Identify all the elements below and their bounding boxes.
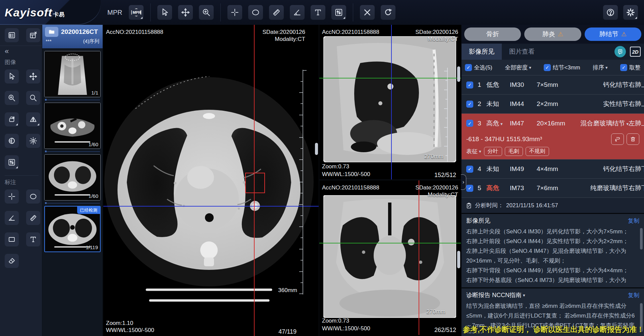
mode-fracture-button[interactable]: 骨折 [464, 27, 521, 41]
settings-button[interactable] [623, 5, 638, 20]
feature-tag-spiculation[interactable]: 毛刺 [505, 147, 523, 156]
text-tool-button[interactable] [311, 5, 325, 20]
density-filter-dropdown[interactable]: 全部密度▾ [505, 64, 531, 71]
mode-pneumonia-button[interactable]: 肺炎 ⚠ [524, 27, 581, 41]
help-button[interactable] [603, 5, 618, 20]
nodule-row-4[interactable]: ✓ 4 未知 IM49 4×4mm 钙化结节 右肺下叶 [462, 159, 644, 178]
select-all-checkbox[interactable]: ✓全选(5) [465, 64, 492, 71]
rail-magnify-button[interactable] [26, 91, 40, 105]
nodule-grade: 高危 [486, 184, 510, 192]
thumbnail-series-4-selected[interactable]: 已经检测 1/119 [44, 206, 101, 252]
nodule-row-1[interactable]: ✓ 1 低危 IM30 7×5mm 钙化结节 右肺上叶 [462, 75, 644, 94]
axial-viewport[interactable]: AccNO:202101158888 SDate:20200126 Modali… [103, 25, 319, 336]
check-icon[interactable]: ✓ [544, 64, 551, 71]
rail-adjust-button[interactable] [5, 155, 19, 169]
panel-collapse-handle[interactable]: › [461, 174, 466, 190]
rail-window-level-button[interactable] [26, 134, 40, 148]
rail-rectangle-button[interactable] [5, 232, 19, 246]
nodule-roi-box[interactable] [245, 173, 265, 193]
feature-label: 表征 [466, 148, 478, 155]
row-checkbox[interactable]: ✓ [466, 101, 473, 108]
feature-tag-irregular[interactable]: 不规则 [526, 147, 549, 156]
nodule-location-dropdown[interactable]: 左肺上叶▾ [629, 119, 644, 128]
row-checkbox[interactable]: ✓ [466, 120, 473, 127]
report-bubble-button[interactable] [614, 46, 626, 57]
series-count: (4)序列 [83, 38, 99, 45]
rail-rotate-button[interactable] [5, 112, 19, 126]
angle-tool-button[interactable] [290, 5, 305, 20]
pan-tool-button[interactable] [178, 5, 193, 20]
rail-invert-button[interactable] [5, 134, 19, 148]
findings-title: 影像所见 [466, 217, 490, 225]
nodule-grade-dropdown[interactable]: 高危▾ [486, 119, 510, 128]
move-icon [181, 8, 190, 17]
rail-pointer-button[interactable] [5, 69, 19, 83]
rail-crosshair-button[interactable] [5, 189, 19, 204]
feature-tag-lobulation[interactable]: 分叶 [484, 147, 502, 156]
nodule-row-5[interactable]: ✓ 5 高危 IM73 7×6mm 纯磨玻璃结节 右肺下叶 [462, 178, 644, 198]
thumbnail-series-2[interactable]: 1/60 [44, 103, 101, 149]
series-header[interactable]: 20200126CT *** (4)序列 [42, 25, 103, 48]
coronal-vertical-crosshair[interactable] [419, 180, 419, 335]
sagittal-vertical-crosshair[interactable] [391, 25, 392, 180]
row-checkbox[interactable]: ✓ [466, 81, 473, 89]
follow-up-button[interactable] [611, 133, 624, 145]
sagittal-scrollbar-thumb[interactable] [457, 66, 460, 82]
rail-ellipse-button[interactable] [26, 189, 40, 204]
thumbnail-series-3[interactable]: 1/60 [44, 154, 101, 201]
thumbnail-scout[interactable]: 1/1 [44, 51, 101, 97]
check-icon[interactable]: ✓ [465, 64, 472, 71]
rail-text-button[interactable] [26, 232, 40, 246]
sagittal-window-level: WW/WL:1500/-500 [322, 171, 370, 178]
rail-flip-button[interactable] [26, 112, 40, 126]
copy-report-link[interactable]: 复制 [628, 291, 639, 299]
round-checkbox[interactable]: ✓取整 [620, 64, 641, 71]
2d-view-button[interactable]: 2D [630, 47, 641, 57]
axial-horizontal-crosshair[interactable] [103, 206, 319, 207]
coronal-scrollbar-thumb[interactable] [457, 251, 460, 268]
nodule-row-3-selected[interactable]: ✓ 3 高危▾ IM47 20×16mm 混合磨玻璃结节▾ 左肺上叶▾ -618… [462, 113, 644, 159]
mpr-button[interactable]: MPR [129, 5, 144, 20]
delete-annotation-button[interactable] [360, 5, 375, 20]
report-guideline-dropdown[interactable]: 诊断报告 NCCN指南 ▾ [466, 291, 525, 299]
findings-scrollbar-thumb[interactable] [640, 228, 643, 249]
pointer-tool-button[interactable] [157, 5, 172, 20]
nodule-row-2[interactable]: ✓ 2 未知 IM44 2×2mm 实性结节 右肺上叶 [462, 94, 644, 113]
sort-dropdown[interactable]: 排序▾ [593, 64, 608, 71]
mode-lung-nodule-button[interactable]: 肺结节 ⚠ [585, 27, 641, 41]
axial-scrollbar-thumb[interactable] [315, 143, 318, 155]
collapse-rail-button[interactable]: « [5, 47, 42, 56]
nodule-type-dropdown[interactable]: 混合磨玻璃结节▾ [576, 119, 629, 128]
ellipse-tool-button[interactable] [248, 5, 263, 20]
ruler-tool-button[interactable] [269, 5, 284, 20]
sagittal-viewport[interactable]: AccNO:202101158888 SDate:20200126 Modali… [319, 25, 461, 180]
axial-modality: Modality:CT [275, 36, 305, 43]
sagittal-horizontal-crosshair[interactable] [319, 78, 461, 78]
check-icon[interactable]: ✓ [620, 64, 627, 71]
rail-pan-button[interactable] [26, 69, 40, 83]
chevron-down-icon: ▾ [605, 65, 608, 70]
axial-scale-ruler [299, 70, 307, 294]
folder-button[interactable] [45, 27, 58, 37]
series-list-button[interactable] [5, 28, 19, 42]
close-layout-button[interactable] [26, 28, 40, 42]
tab-image-view[interactable]: 图片查看 [502, 44, 542, 60]
reset-button[interactable] [381, 5, 395, 20]
rail-ruler-button[interactable] [26, 211, 40, 225]
rail-zoom-in-button[interactable] [5, 91, 19, 105]
feature-dropdown[interactable]: 表征▾ [466, 148, 481, 155]
coronal-viewport[interactable]: AccNO:202101158888 SDate:20200126 Modali… [319, 180, 461, 335]
coronal-horizontal-crosshair[interactable] [319, 243, 461, 243]
adjust-tool-button[interactable] [331, 5, 346, 20]
zoom-tool-button[interactable] [199, 5, 214, 20]
tab-imaging-findings[interactable]: 影像所见 [462, 44, 502, 60]
row-checkbox[interactable]: ✓ [466, 185, 473, 192]
small-nodule-checkbox[interactable]: ✓结节<3mm [544, 64, 580, 71]
copy-findings-link[interactable]: 复制 [628, 217, 639, 225]
mpr-cube-icon: MPR [131, 8, 141, 16]
row-checkbox[interactable]: ✓ [466, 166, 473, 173]
crosshair-tool-button[interactable] [227, 5, 242, 20]
delete-nodule-button[interactable] [627, 133, 639, 145]
rail-eraser-button[interactable] [5, 254, 19, 268]
rail-angle-button[interactable] [5, 211, 19, 225]
